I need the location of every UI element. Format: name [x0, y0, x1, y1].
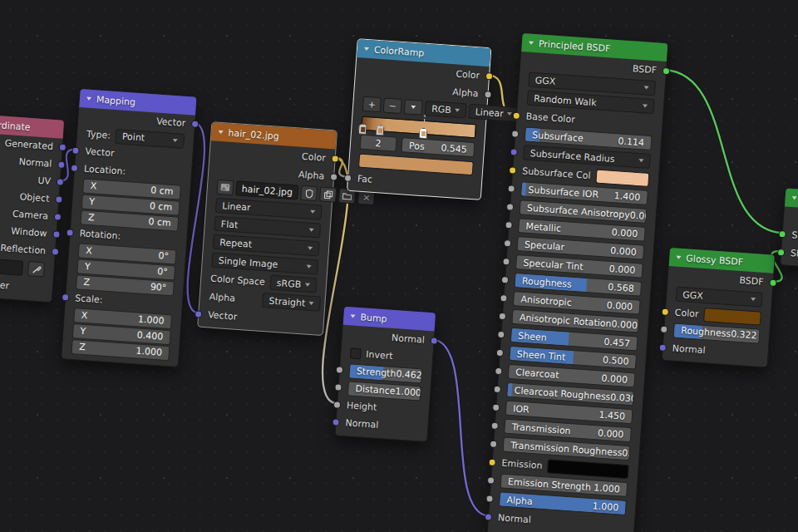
socket-in[interactable] — [510, 148, 518, 156]
node-title: Principled BSDF — [538, 38, 610, 54]
color-label: Color — [674, 307, 699, 319]
socket-out-alpha[interactable] — [330, 173, 338, 181]
socket-in-base-color[interactable] — [513, 111, 521, 120]
socket-out-color[interactable] — [331, 155, 339, 163]
glossy-color-swatch[interactable] — [703, 307, 761, 325]
socket-in[interactable] — [487, 476, 495, 485]
socket-in[interactable] — [501, 275, 510, 283]
socket-in[interactable] — [496, 348, 505, 357]
socket-in[interactable] — [504, 239, 512, 248]
socket-in[interactable] — [506, 203, 515, 211]
socket-in-roughness[interactable] — [660, 325, 668, 333]
node-title: Mapping — [96, 94, 136, 107]
socket-in[interactable] — [500, 293, 508, 302]
socket-in-height[interactable] — [333, 401, 342, 409]
socket-in[interactable] — [499, 312, 507, 320]
interpolation-dropdown[interactable]: Linear — [468, 104, 519, 122]
remove-stop-button[interactable]: − — [383, 98, 402, 114]
fake-user-button[interactable] — [300, 185, 318, 201]
output-bsdf-label: BSDF — [739, 274, 764, 287]
socket-in-normal[interactable] — [485, 513, 493, 521]
socket-in[interactable] — [509, 166, 517, 175]
stop-index-field[interactable]: 2 — [360, 135, 397, 152]
socket-in-vector[interactable] — [195, 310, 203, 318]
new-image-button[interactable] — [319, 186, 337, 202]
socket-in-location[interactable] — [71, 164, 79, 172]
wire-principled-to-shader1[interactable] — [654, 70, 793, 233]
eyedropper-icon — [32, 264, 42, 274]
socket-in[interactable] — [490, 421, 499, 430]
socket-out-object[interactable] — [55, 195, 63, 204]
socket-in-normal[interactable] — [332, 418, 340, 426]
socket-in[interactable] — [505, 221, 513, 229]
socket-in-fac[interactable] — [344, 174, 352, 182]
eyedropper-button[interactable] — [27, 261, 45, 277]
object-picker-field[interactable] — [0, 257, 23, 276]
color-space-dropdown[interactable]: sRGB — [269, 275, 317, 293]
socket-in[interactable] — [511, 130, 520, 138]
socket-in-shader-2[interactable] — [777, 248, 786, 256]
socket-in[interactable] — [488, 458, 496, 466]
wire-bump-to-normal[interactable] — [421, 339, 500, 515]
ramp-tools-button[interactable] — [404, 99, 423, 115]
node-bump[interactable]: Bump Normal Invert Strength0.462 Distanc… — [334, 306, 436, 442]
socket-in-color[interactable] — [662, 308, 670, 316]
node-colorramp[interactable]: ColorRamp Color Alpha + − RGB Linear 2 P… — [347, 38, 491, 200]
socket-in-shader-1[interactable] — [778, 230, 786, 239]
output-uv-label: UV — [37, 175, 51, 187]
collapse-chevron-icon[interactable] — [529, 41, 534, 44]
collapse-chevron-icon[interactable] — [350, 314, 355, 318]
socket-out-vector[interactable] — [191, 120, 200, 128]
socket-out-normal[interactable] — [57, 160, 66, 169]
socket-in[interactable] — [502, 257, 510, 265]
socket-in[interactable] — [492, 403, 500, 411]
socket-out-generated[interactable] — [59, 143, 67, 151]
socket-out-color[interactable] — [485, 71, 494, 80]
image-name-field[interactable]: hair_02.jpg — [235, 180, 298, 200]
node-mapping[interactable]: Mapping Vector Type: Point Vector Locati… — [61, 88, 197, 367]
output-window-label: Window — [11, 226, 47, 239]
output-object-label: Object — [19, 191, 50, 204]
socket-in-vector[interactable] — [71, 146, 80, 155]
socket-out-bsdf[interactable] — [769, 278, 777, 287]
node-editor-canvas[interactable]: Texture Coordinate Generated Normal UV O… — [0, 0, 798, 532]
socket-in[interactable] — [497, 330, 505, 338]
socket-out-bsdf[interactable] — [663, 66, 671, 75]
rotation-label: Rotation: — [79, 228, 121, 241]
base-color-label: Base Color — [525, 111, 575, 125]
output-reflection-label: Reflection — [0, 243, 47, 257]
normal-label: Normal — [498, 512, 532, 525]
socket-in-distance[interactable] — [334, 383, 342, 392]
socket-in-strength[interactable] — [336, 366, 344, 374]
node-texture-coordinate[interactable]: Texture Coordinate Generated Normal UV O… — [0, 110, 65, 303]
color-mode-dropdown[interactable]: RGB — [425, 101, 467, 118]
socket-in[interactable] — [490, 440, 498, 448]
add-stop-button[interactable]: + — [362, 96, 382, 112]
collapse-chevron-icon[interactable] — [86, 97, 91, 101]
socket-out-window[interactable] — [52, 230, 61, 239]
socket-out-camera[interactable] — [54, 213, 62, 221]
node-add-shader[interactable]: Shader Shader — [780, 187, 798, 272]
socket-in-scale[interactable] — [62, 293, 70, 302]
socket-in[interactable] — [495, 367, 503, 375]
output-generated-label: Generated — [4, 138, 53, 152]
node-image-texture[interactable]: hair_02.jpg Color Alpha hair_02.jpg × Li… — [197, 121, 337, 336]
socket-in[interactable] — [485, 495, 494, 503]
invert-checkbox[interactable] — [350, 347, 362, 359]
alpha-mode-dropdown[interactable]: Straight — [262, 293, 321, 312]
collapse-chevron-icon[interactable] — [676, 255, 681, 259]
subsurface-color-swatch[interactable] — [595, 169, 649, 186]
socket-in-rotation[interactable] — [66, 229, 74, 237]
collapse-chevron-icon[interactable] — [218, 131, 223, 134]
node-glossy-bsdf[interactable]: Glossy BSDF BSDF GGX Color Roughness0.32… — [662, 247, 776, 368]
image-browse-menu-button[interactable] — [216, 180, 234, 195]
collapse-chevron-icon[interactable] — [364, 47, 369, 51]
socket-in[interactable] — [507, 185, 515, 193]
socket-out-alpha[interactable] — [484, 90, 492, 98]
socket-in[interactable] — [494, 385, 502, 393]
socket-out-reflection[interactable] — [52, 248, 60, 256]
socket-out-normal[interactable] — [430, 337, 438, 345]
socket-in-normal[interactable] — [659, 343, 667, 352]
socket-out-uv[interactable] — [57, 178, 65, 186]
collapse-chevron-icon[interactable] — [792, 196, 797, 200]
